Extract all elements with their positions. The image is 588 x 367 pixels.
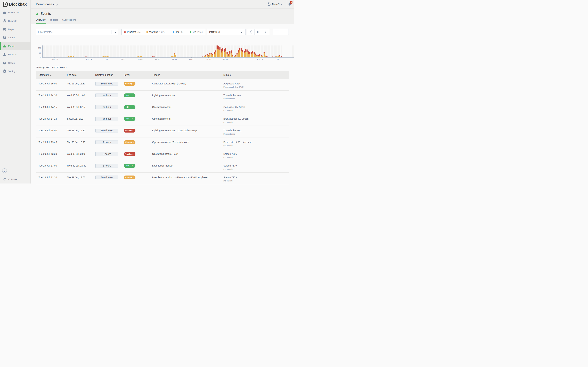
svg-text:Sat 26: Sat 26	[155, 58, 160, 60]
svg-text:Sun 27: Sun 27	[189, 58, 194, 60]
svg-text:Tue 29: Tue 29	[257, 58, 263, 60]
svg-text:12:00: 12:00	[104, 58, 108, 60]
svg-text:0: 0	[40, 56, 41, 58]
svg-text:Thu 24: Thu 24	[86, 58, 92, 60]
svg-text:28 Jul: 28 Jul	[223, 58, 228, 60]
svg-text:50: 50	[39, 52, 41, 54]
svg-text:100: 100	[38, 47, 41, 49]
svg-text:12:00: 12:00	[206, 58, 211, 60]
svg-text:12:00: 12:00	[240, 58, 245, 60]
svg-text:12:00: 12:00	[172, 58, 177, 60]
svg-text:Fri 25: Fri 25	[121, 58, 125, 60]
svg-text:12:00: 12:00	[275, 58, 279, 60]
svg-text:12:00: 12:00	[69, 58, 74, 60]
svg-text:12:00: 12:00	[138, 58, 143, 60]
svg-text:Wed 23: Wed 23	[51, 58, 58, 60]
